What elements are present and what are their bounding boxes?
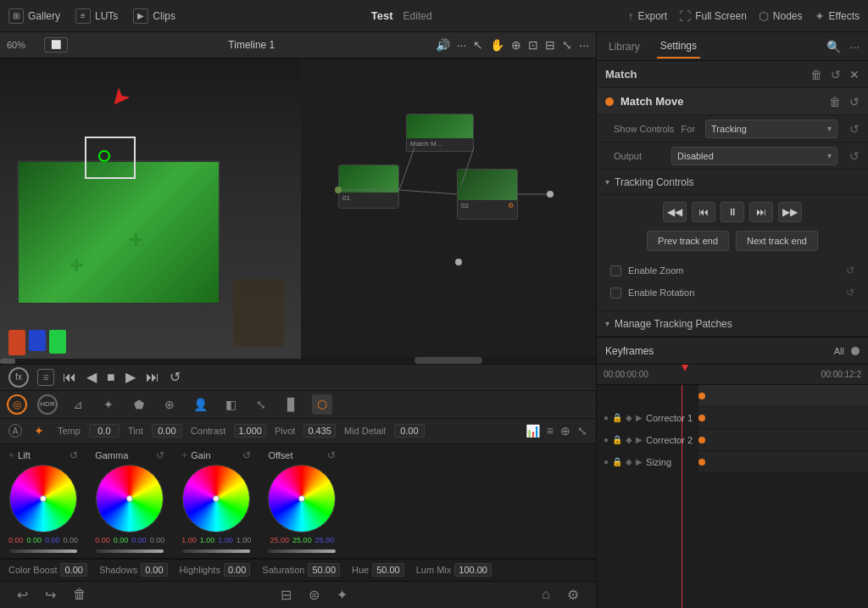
gamma-reset-icon[interactable]: ↺ (156, 449, 164, 461)
color-panel-list-icon[interactable]: ≡ (547, 424, 554, 438)
timeline-view-button[interactable]: ⊟ (281, 587, 292, 603)
sizing-expand-icon[interactable]: ▶ (636, 457, 643, 466)
sizing-track[interactable] (698, 451, 868, 472)
output-dropdown[interactable]: Disabled ▾ (671, 147, 837, 165)
windows-tool[interactable]: ⬟ (129, 394, 149, 415)
lift-color-wheel[interactable] (9, 465, 77, 533)
curves-tool[interactable]: ⊿ (68, 394, 88, 415)
track-step-back-btn[interactable]: ⏮ (692, 202, 715, 222)
enable-rotation-reset[interactable]: ↺ (846, 287, 854, 298)
keyframes-record-dot[interactable] (851, 347, 860, 355)
mid-detail-value[interactable]: 0.00 (394, 424, 425, 438)
crop-icon[interactable]: ⊡ (528, 38, 538, 52)
hand-icon[interactable]: ✋ (490, 38, 504, 52)
hdr-tool[interactable]: HDR (37, 394, 58, 415)
key-tool[interactable]: ⤡ (251, 394, 271, 415)
preview-more-icon[interactable]: ··· (457, 38, 467, 52)
gain-slider[interactable] (182, 549, 250, 553)
offset-reset-icon[interactable]: ↺ (327, 449, 336, 461)
match-delete-icon[interactable]: 🗑 (810, 68, 822, 81)
enable-rotation-checkbox[interactable] (610, 287, 621, 298)
library-tab[interactable]: Library (605, 36, 643, 58)
track-step-fwd-btn[interactable]: ⏭ (749, 202, 773, 222)
node-match[interactable]: Match M... (406, 114, 474, 152)
track-rewind-btn[interactable]: ◀◀ (663, 202, 687, 222)
corrector1-track[interactable] (698, 407, 868, 428)
color-boost-value[interactable]: 0.00 (60, 563, 86, 577)
transform-icon[interactable]: ⤡ (562, 38, 572, 52)
pivot-value[interactable]: 0.435 (303, 424, 336, 438)
prev-track-end-btn[interactable]: Prev track end (647, 231, 729, 251)
tracking-controls-header[interactable]: ▾ Tracking Controls (597, 170, 868, 195)
skip-start-icon[interactable]: ⏮ (63, 370, 76, 385)
match-move-delete-icon[interactable]: 🗑 (829, 95, 841, 109)
wand-icon[interactable]: ✦ (34, 424, 44, 438)
tracker-tool[interactable]: ⊕ (159, 394, 180, 415)
node-02[interactable]: 02 ⚙ (457, 169, 518, 220)
color-wheel-tool[interactable]: ◎ (7, 394, 27, 415)
play-icon[interactable]: ▶ (125, 369, 136, 385)
effects-button[interactable]: ✦ Effects (815, 9, 860, 23)
layer-icon[interactable]: ≡ (37, 369, 54, 386)
nodes-button[interactable]: ⬡ Nodes (759, 9, 803, 23)
clips-button[interactable]: ▶ Clips (133, 8, 175, 24)
highlights-value[interactable]: 0.00 (224, 563, 250, 577)
temp-value[interactable]: 0.0 (89, 424, 120, 438)
corrector2-expand-icon[interactable]: ▶ (636, 435, 643, 444)
show-controls-dropdown[interactable]: Tracking ▾ (705, 120, 837, 138)
lum-mix-value[interactable]: 100.00 (454, 563, 492, 577)
gamma-slider[interactable] (96, 549, 164, 553)
lift-reset-icon[interactable]: ↺ (70, 449, 78, 461)
match-move-reset-icon[interactable]: ↺ (849, 95, 860, 109)
lift-slider[interactable] (9, 549, 77, 553)
skip-end-icon[interactable]: ⏭ (146, 370, 159, 385)
redo-button[interactable]: ↪ (45, 587, 56, 603)
enable-zoom-checkbox[interactable] (610, 265, 621, 276)
audio-button[interactable]: ⊜ (309, 587, 320, 603)
magic-mask-tool[interactable]: 👤 (190, 394, 210, 415)
fullscreen-button[interactable]: ⛶ Full Screen (679, 9, 747, 23)
gain-reset-icon[interactable]: ↺ (242, 449, 251, 461)
output-reset[interactable]: ↺ (849, 149, 860, 163)
prev-frame-icon[interactable]: ◀ (86, 369, 97, 385)
enable-zoom-reset[interactable]: ↺ (846, 265, 854, 276)
track-pause-btn[interactable]: ⏸ (721, 202, 744, 222)
qualifier-tool[interactable]: ✦ (98, 394, 119, 415)
hue-value[interactable]: 50.00 (372, 563, 404, 577)
keyframes-all-button[interactable]: All (834, 346, 844, 356)
show-controls-reset[interactable]: ↺ (849, 122, 860, 136)
color-panel-chart-icon[interactable]: 📊 (526, 424, 540, 438)
lift-add-icon[interactable]: + (8, 449, 14, 461)
next-track-end-btn[interactable]: Next track end (736, 231, 818, 251)
offset-color-wheel[interactable] (268, 465, 336, 533)
frame-icon[interactable]: ⊟ (545, 38, 555, 52)
zoom-icon[interactable]: ⊕ (511, 38, 521, 52)
settings-tab[interactable]: Settings (657, 35, 700, 59)
fx-button[interactable]: fx (8, 367, 29, 388)
export-button[interactable]: ↑ Export (627, 9, 667, 23)
stop-icon[interactable]: ■ (107, 370, 115, 385)
timeline-scrubber[interactable] (0, 359, 301, 364)
speaker-icon[interactable]: 🔊 (436, 38, 450, 52)
track-fwd-btn[interactable]: ▶▶ (778, 202, 802, 222)
saturation-value[interactable]: 50.00 (308, 563, 340, 577)
match-reset-icon[interactable]: ↺ (831, 68, 841, 81)
node-01[interactable]: 01 (338, 165, 399, 209)
offset-slider[interactable] (268, 549, 336, 553)
loop-icon[interactable]: ↺ (170, 369, 181, 385)
gain-color-wheel[interactable] (182, 465, 250, 533)
shadows-value[interactable]: 0.00 (141, 563, 167, 577)
color-panel-zoom-icon[interactable]: ⊕ (560, 424, 570, 438)
corrector2-track[interactable] (698, 429, 868, 450)
gain-add-icon[interactable]: + (181, 449, 187, 461)
color-panel-expand-icon[interactable]: ⤡ (577, 424, 587, 438)
preview-mode-icon[interactable]: ⬜ (44, 37, 68, 53)
gamma-color-wheel[interactable] (96, 465, 164, 533)
gallery-still-tool[interactable]: ⬡ (312, 394, 332, 415)
home-button[interactable]: ⌂ (542, 587, 550, 602)
settings-button[interactable]: ⚙ (567, 587, 579, 603)
delete-button[interactable]: 🗑 (73, 587, 86, 602)
tint-value[interactable]: 0.00 (152, 424, 182, 438)
more-options-icon[interactable]: ··· (579, 38, 589, 52)
histogram-tool[interactable]: ▊ (281, 394, 302, 415)
